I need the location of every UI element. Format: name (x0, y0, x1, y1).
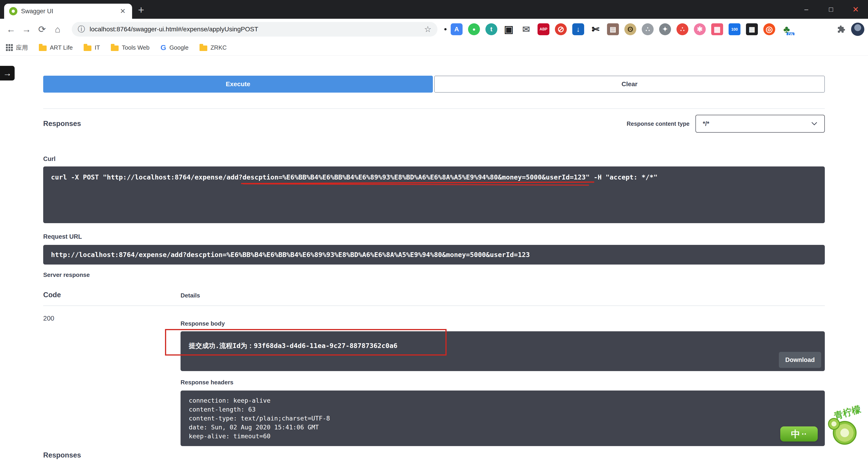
swagger-page: → Execute Clear Responses Response conte… (0, 56, 868, 471)
content-type-value: */* (703, 120, 709, 127)
address-bar[interactable]: ⓘ localhost:8764/swagger-ui.html#/expens… (72, 22, 437, 37)
execute-row: Execute Clear (43, 76, 825, 93)
request-url-block: http://localhost:8764/expense/add?descpt… (43, 245, 825, 265)
bookmark-item[interactable]: 应用 (6, 44, 28, 52)
bookmark-item[interactable]: GGoogle (160, 43, 189, 52)
library-books-icon[interactable]: ▤ (607, 23, 619, 35)
orange-ring-icon[interactable]: ◎ (763, 23, 775, 35)
content-type-select[interactable]: */* (695, 115, 825, 133)
lime-icon (833, 421, 857, 445)
forward-button[interactable]: → (19, 22, 34, 37)
site-info-icon[interactable]: ⓘ (78, 24, 85, 34)
execute-button[interactable]: Execute (43, 76, 433, 93)
folder-icon (84, 46, 91, 51)
details-column: Response body 提交成功.流程Id为：93f68da3-d4d6-1… (181, 306, 825, 446)
teal-circle-icon[interactable]: t (486, 23, 497, 35)
responses-title: Responses (43, 120, 81, 128)
window-controls: – □ ✕ (794, 0, 868, 19)
swagger-container: Execute Clear Responses Response content… (43, 56, 825, 459)
translate-icon[interactable]: A (451, 23, 463, 35)
response-body-label: Response body (181, 320, 825, 327)
bookmark-label: Tools Web (122, 44, 150, 51)
server-response-label: Server response (43, 271, 825, 278)
details-column-header: Details (181, 292, 200, 299)
blocker-icon[interactable]: ⊘ (555, 23, 567, 35)
url-text[interactable]: localhost:8764/swagger-ui.html#/expense/… (90, 26, 424, 33)
status-code: 200 (43, 306, 181, 446)
green-bubble-icon[interactable]: • (468, 23, 480, 35)
request-url-text: http://localhost:8764/expense/add?descpt… (51, 251, 530, 259)
tree-on-icon[interactable]: ♣ON (781, 23, 793, 35)
bookmark-item[interactable]: ART Life (39, 44, 73, 51)
response-content-type: Response content type */* (627, 115, 825, 133)
paw-icon[interactable]: ∴ (642, 23, 654, 35)
pink-flower-icon[interactable]: ✱ (694, 23, 706, 35)
window-minimize-button[interactable]: – (794, 0, 818, 19)
frame-capture-icon[interactable]: ▣ (503, 23, 515, 35)
bookmarks-bar: 应用ART LifeITTools WebGGoogleZRKC (0, 40, 868, 56)
section-divider (43, 108, 825, 109)
gray-tool-icon[interactable]: ✦ (659, 23, 671, 35)
google-icon: G (160, 43, 166, 52)
code-column-header: Code (43, 291, 61, 299)
tab-title: Swagger UI (21, 8, 119, 15)
folder-icon (199, 46, 207, 51)
profile-avatar[interactable] (851, 23, 864, 36)
tree-on-icon-badge: ON (787, 32, 795, 35)
mail-x-icon[interactable]: ✉ (520, 23, 532, 35)
extension-toolbar: A•t▣✉ABP⊘↓✄▤ʘ∴✦∴✱▦100▦◎♣ON (451, 23, 834, 35)
swagger-favicon-icon (9, 7, 18, 15)
new-tab-button[interactable]: + (138, 5, 144, 15)
responses-header-row: Responses Response content type */* (43, 115, 825, 133)
bookmark-star-icon[interactable]: ☆ (424, 25, 432, 34)
bookmark-label: Google (169, 44, 189, 51)
response-table-header: Code Details (43, 291, 825, 306)
bookmark-label: 应用 (16, 44, 28, 52)
response-content-type-label: Response content type (627, 120, 689, 127)
qr-grid-icon[interactable]: ▦ (746, 23, 758, 35)
tab-strip: Swagger UI ✕ + – □ ✕ (0, 0, 868, 19)
back-button[interactable]: ← (4, 22, 18, 37)
browser-tab[interactable]: Swagger UI ✕ (4, 4, 132, 19)
response-headers-text: connection: keep-alive content-length: 6… (189, 396, 816, 441)
window-close-button[interactable]: ✕ (843, 0, 868, 19)
pink-calendar-icon[interactable]: ▦ (711, 23, 723, 35)
separator-dot-icon (444, 28, 446, 30)
extensions-puzzle-icon[interactable] (835, 23, 847, 35)
request-url-label: Request URL (43, 233, 825, 240)
download-manager-icon[interactable]: ↓ (572, 23, 584, 35)
red-dots-icon[interactable]: ∴ (677, 23, 688, 35)
bookmark-item[interactable]: Tools Web (111, 44, 150, 51)
bookmark-item[interactable]: ZRKC (199, 44, 227, 51)
chevron-down-icon (811, 122, 817, 126)
folder-icon (111, 46, 119, 51)
sidebar-toggle-button[interactable]: → (0, 66, 14, 81)
curl-command-text: curl -X POST "http://localhost:8764/expe… (51, 173, 817, 181)
curl-block: curl -X POST "http://localhost:8764/expe… (43, 167, 825, 223)
red-underline-annotation (241, 181, 594, 185)
browser-toolbar: ← → ⟳ ⌂ ⓘ localhost:8764/swagger-ui.html… (0, 19, 868, 40)
bookmark-item[interactable]: IT (84, 44, 100, 51)
clipper-icon[interactable]: ✄ (590, 23, 601, 35)
response-row: 200 Response body 提交成功.流程Id为：93f68da3-d4… (43, 306, 825, 446)
response-body-text: 提交成功.流程Id为：93f68da3-d4d6-11ea-9c27-88787… (189, 341, 816, 351)
owl-icon[interactable]: ʘ (624, 23, 636, 35)
folder-icon (39, 46, 46, 51)
bookmark-label: ZRKC (211, 44, 227, 51)
bookmark-label: IT (95, 44, 100, 51)
response-body-block: 提交成功.流程Id为：93f68da3-d4d6-11ea-9c27-88787… (181, 331, 825, 371)
apps-icon (6, 44, 13, 51)
curl-label: Curl (43, 155, 825, 163)
clear-button[interactable]: Clear (434, 76, 825, 93)
response-headers-block: connection: keep-alive content-length: 6… (181, 390, 825, 446)
response-headers-label: Response headers (181, 379, 825, 386)
badge-100-icon[interactable]: 100 (728, 23, 741, 35)
reload-button[interactable]: ⟳ (35, 22, 50, 37)
tab-close-icon[interactable]: ✕ (119, 7, 127, 15)
download-button[interactable]: Download (779, 352, 821, 368)
abp-shield-icon[interactable]: ABP (537, 23, 550, 35)
bookmark-label: ART Life (50, 44, 73, 51)
home-button[interactable]: ⌂ (50, 22, 65, 37)
watermark-brand-text: 青柠檬 (833, 403, 863, 422)
window-maximize-button[interactable]: □ (818, 0, 843, 19)
